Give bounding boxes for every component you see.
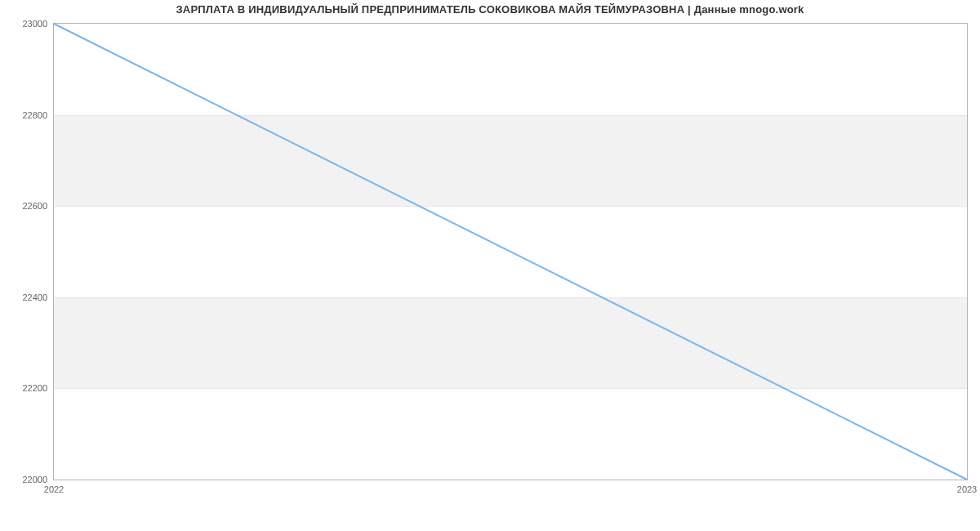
chart-title: ЗАРПЛАТА В ИНДИВИДУАЛЬНЫЙ ПРЕДПРИНИМАТЕЛ… xyxy=(0,3,980,16)
series-line xyxy=(54,24,967,480)
plot-area: 22000222002240022600228002300020222023 xyxy=(53,23,968,480)
y-axis-tick-label: 23000 xyxy=(22,19,47,29)
y-axis-tick-label: 22600 xyxy=(22,201,47,211)
line-layer xyxy=(54,24,967,480)
x-axis-tick-label: 2022 xyxy=(44,484,64,494)
y-axis-tick-label: 22800 xyxy=(22,110,47,120)
y-axis-tick-label: 22400 xyxy=(22,292,47,302)
y-axis-tick-label: 22000 xyxy=(22,475,47,484)
x-axis-tick-label: 2023 xyxy=(957,484,977,494)
y-axis-tick-label: 22200 xyxy=(22,383,47,393)
chart-container: ЗАРПЛАТА В ИНДИВИДУАЛЬНЫЙ ПРЕДПРИНИМАТЕЛ… xyxy=(0,0,980,531)
